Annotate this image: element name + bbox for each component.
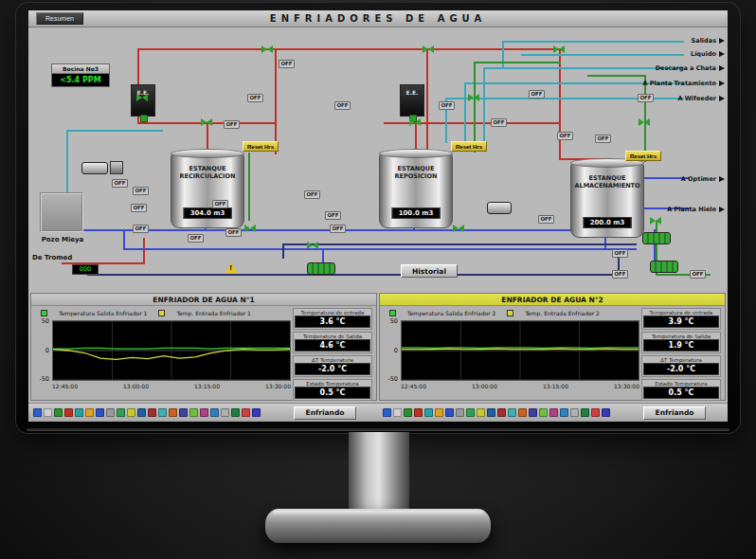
readout-label: Temperatura de Salida <box>643 334 719 339</box>
taskbar-app-icon[interactable] <box>96 408 104 417</box>
taskbar-app-icon[interactable] <box>414 408 423 417</box>
x-tick-label: 13:00:00 <box>472 383 497 389</box>
taskbar-app-icon[interactable] <box>529 408 537 417</box>
taskbar-app-icon[interactable] <box>456 408 464 417</box>
tank-name-line2: REPOSICION <box>380 172 452 180</box>
taskbar-app-icon[interactable] <box>179 408 188 417</box>
valve-state-label: OFF <box>224 120 240 129</box>
taskbar-app-icon[interactable] <box>477 408 485 417</box>
taskbar-app-icon[interactable] <box>44 408 52 417</box>
destination-salidas: Salidas <box>692 37 725 45</box>
estado-enfriando-button-1[interactable]: Enfriando <box>294 406 356 420</box>
valve-icon[interactable] <box>453 225 464 232</box>
readout-delta-t: ΔT Temperatura -2.0 °C <box>293 355 372 377</box>
historial-button[interactable]: Historial <box>401 264 458 278</box>
valve-state-label: OFF <box>439 101 455 110</box>
taskbar-app-icon[interactable] <box>127 408 135 417</box>
taskbar-app-icon[interactable] <box>424 408 433 417</box>
taskbar-app-icon[interactable] <box>169 408 177 417</box>
taskbar-app-icon[interactable] <box>210 408 219 417</box>
taskbar-app-icon[interactable] <box>137 408 146 417</box>
taskbar-app-icon[interactable] <box>404 408 412 417</box>
taskbar-app-icon[interactable] <box>487 408 495 417</box>
taskbar-app-icon[interactable] <box>466 408 475 417</box>
legend-label: Temp. Entrada Enfriador 1 <box>176 310 250 316</box>
taskbar-app-icon[interactable] <box>252 408 261 417</box>
pipe-segment <box>87 274 620 276</box>
readout-value: 4.6 °C <box>295 339 370 352</box>
taskbar-app-icon[interactable] <box>242 408 250 417</box>
valve-icon[interactable] <box>261 45 273 53</box>
readout-value: -2.0 °C <box>643 363 719 375</box>
valve-state-label: OFF <box>557 132 573 140</box>
taskbar-app-icon[interactable] <box>560 408 568 417</box>
pipe-segment <box>464 82 466 143</box>
valve-icon[interactable] <box>136 94 148 101</box>
destination-label: Salidas <box>692 37 716 45</box>
valve-icon[interactable] <box>650 217 661 225</box>
reset-hours-button-3[interactable]: Reset Hrs <box>625 151 661 161</box>
valve-icon[interactable] <box>639 118 650 126</box>
taskbar-app-icon[interactable] <box>106 408 115 417</box>
taskbar-app-icon[interactable] <box>393 408 402 417</box>
taskbar-app-icon[interactable] <box>581 408 589 417</box>
electrical-unit-label: E.E. <box>406 89 419 96</box>
valve-icon[interactable] <box>307 242 318 249</box>
pipe-segment <box>137 48 561 50</box>
valve-state-label: OFF <box>133 187 149 195</box>
taskbar-app-icon[interactable] <box>435 408 443 417</box>
trend-plot <box>52 320 291 381</box>
valve-icon[interactable] <box>201 118 212 126</box>
legend-swatch-salida <box>41 310 47 316</box>
destination-optimer: A Optimer <box>681 175 725 183</box>
valve-icon[interactable] <box>423 45 434 53</box>
monitor-stand-base <box>265 509 491 543</box>
valve-icon[interactable] <box>468 94 479 101</box>
taskbar-app-icon[interactable] <box>117 408 125 417</box>
taskbar-app-icon[interactable] <box>508 408 516 417</box>
taskbar-app-icon[interactable] <box>445 408 454 417</box>
taskbar-app-icon[interactable] <box>591 408 600 417</box>
readout-temp-entrada: Temperatura de entrada 3.6 °C <box>293 308 372 330</box>
taskbar-app-icon[interactable] <box>221 408 229 417</box>
tank-volume-display: 304.0 m3 <box>184 207 232 219</box>
valve-state-label: OFF <box>491 118 507 127</box>
valve-icon[interactable] <box>553 45 565 53</box>
taskbar-app-icon[interactable] <box>54 408 63 417</box>
readout-label: Temperatura de entrada <box>295 310 370 316</box>
taskbar-app-icon[interactable] <box>383 408 391 417</box>
taskbar-app-icon[interactable] <box>158 408 167 417</box>
taskbar-app-icon[interactable] <box>539 408 548 417</box>
taskbar-app-icon[interactable] <box>497 408 506 417</box>
valve-state-label: OFF <box>529 90 545 99</box>
legend-swatch-entrada <box>158 310 165 316</box>
estado-enfriando-button-2[interactable]: Enfriando <box>643 406 706 420</box>
trend-panel-title: ENFRIADOR DE AGUA N°2 <box>380 294 725 306</box>
pipe-segment <box>123 248 637 250</box>
readout-temp-salida: Temperatura de Salida 4.6 °C <box>293 332 372 353</box>
y-tick-label: 0 <box>382 347 398 354</box>
x-tick-label: 13:30:00 <box>614 383 639 389</box>
y-tick-label: 50 <box>382 317 398 325</box>
warning-icon: ! <box>225 262 237 273</box>
taskbar-app-icon[interactable] <box>570 408 579 417</box>
valve-icon[interactable] <box>244 225 256 232</box>
taskbar-app-icon[interactable] <box>85 408 94 417</box>
pipe-segment <box>474 62 561 63</box>
taskbar-app-icon[interactable] <box>602 408 610 417</box>
trend-panel-2: ENFRIADOR DE AGUA N°2 Temperatura Salida… <box>379 293 726 401</box>
taskbar-app-icon[interactable] <box>518 408 527 417</box>
taskbar-app-icon[interactable] <box>148 408 156 417</box>
taskbar-app-icon[interactable] <box>189 408 198 417</box>
taskbar-app-icon[interactable] <box>64 408 73 417</box>
pipe-segment <box>483 67 684 69</box>
taskbar-app-icon[interactable] <box>200 408 208 417</box>
bocina-display: Bocina No3 <5.4 PPM <box>51 63 110 87</box>
taskbar-app-icon[interactable] <box>75 408 83 417</box>
reset-hours-button-1[interactable]: Reset Hrs <box>243 141 279 152</box>
reset-hours-button-2[interactable]: Reset Hrs <box>451 141 487 152</box>
taskbar-app-icon[interactable] <box>33 408 42 417</box>
valve-icon[interactable] <box>409 118 421 126</box>
taskbar-app-icon[interactable] <box>231 408 240 417</box>
taskbar-app-icon[interactable] <box>549 408 558 417</box>
